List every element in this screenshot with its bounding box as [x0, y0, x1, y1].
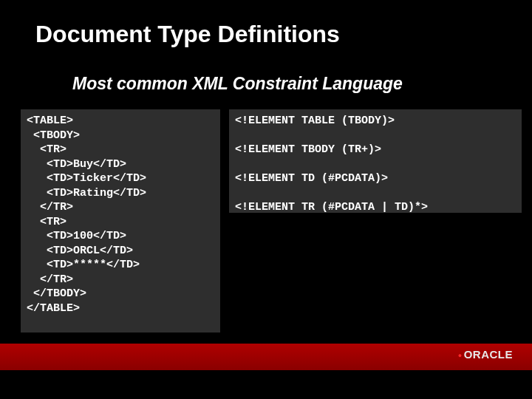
slide-title: Document Type Definitions — [35, 21, 340, 48]
slide: Document Type Definitions Most common XM… — [0, 0, 532, 399]
slide-subtitle: Most common XML Constraint Language — [72, 74, 403, 94]
code-block-xml: <TABLE> <TBODY> <TR> <TD>Buy</TD> <TD>Ti… — [21, 109, 220, 332]
logo-bullet-icon: ● — [458, 352, 463, 359]
logo-text: ORACLE — [464, 348, 513, 361]
footer-bar — [0, 344, 532, 370]
oracle-logo: ●ORACLE — [458, 348, 513, 361]
code-block-dtd: <!ELEMENT TABLE (TBODY)> <!ELEMENT TBODY… — [229, 109, 522, 213]
